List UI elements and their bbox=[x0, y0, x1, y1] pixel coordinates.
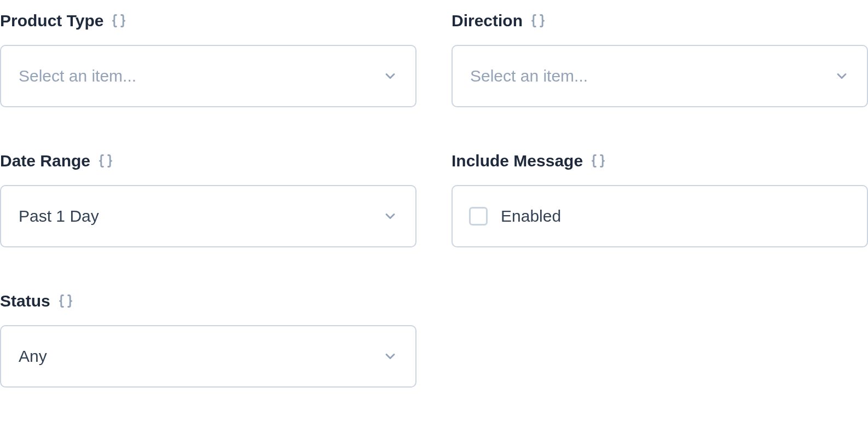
brackets-icon bbox=[58, 293, 73, 309]
chevron-down-icon bbox=[383, 68, 398, 84]
field-include-message: Include Message Enabled bbox=[452, 151, 868, 247]
brackets-icon bbox=[111, 13, 126, 28]
product-type-label: Product Type bbox=[0, 11, 103, 31]
date-range-value: Past 1 Day bbox=[19, 207, 99, 226]
field-product-type: Product Type Select an item... bbox=[0, 11, 416, 107]
field-direction: Direction Select an item... bbox=[452, 11, 868, 107]
field-label-row: Date Range bbox=[0, 151, 416, 171]
field-status: Status Any bbox=[0, 291, 416, 388]
status-select[interactable]: Any bbox=[0, 325, 416, 388]
field-label-row: Include Message bbox=[452, 151, 868, 171]
field-label-row: Direction bbox=[452, 11, 868, 31]
direction-placeholder: Select an item... bbox=[470, 67, 588, 85]
include-message-control: Enabled bbox=[452, 185, 868, 247]
product-type-placeholder: Select an item... bbox=[19, 67, 136, 85]
brackets-icon bbox=[98, 153, 113, 169]
date-range-select[interactable]: Past 1 Day bbox=[0, 185, 416, 247]
brackets-icon bbox=[591, 153, 606, 169]
include-message-checkbox[interactable] bbox=[469, 207, 488, 226]
field-label-row: Status bbox=[0, 291, 416, 311]
form-grid: Product Type Select an item... Direction bbox=[0, 11, 868, 388]
chevron-down-icon bbox=[383, 209, 398, 224]
chevron-down-icon bbox=[383, 349, 398, 364]
include-message-label: Include Message bbox=[452, 151, 583, 171]
include-message-checkbox-label: Enabled bbox=[501, 207, 561, 226]
chevron-down-icon bbox=[834, 68, 849, 84]
brackets-icon bbox=[530, 13, 546, 28]
date-range-label: Date Range bbox=[0, 151, 90, 171]
direction-label: Direction bbox=[452, 11, 523, 31]
direction-select[interactable]: Select an item... bbox=[452, 45, 868, 107]
product-type-select[interactable]: Select an item... bbox=[0, 45, 416, 107]
status-value: Any bbox=[19, 347, 47, 366]
status-label: Status bbox=[0, 291, 50, 311]
field-date-range: Date Range Past 1 Day bbox=[0, 151, 416, 247]
field-label-row: Product Type bbox=[0, 11, 416, 31]
